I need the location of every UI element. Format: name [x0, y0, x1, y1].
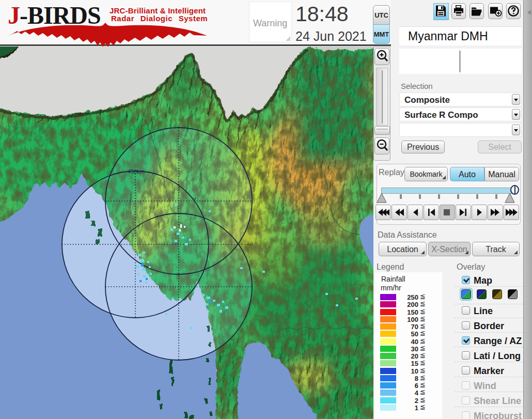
svg-text:450km: 450km [128, 168, 145, 175]
